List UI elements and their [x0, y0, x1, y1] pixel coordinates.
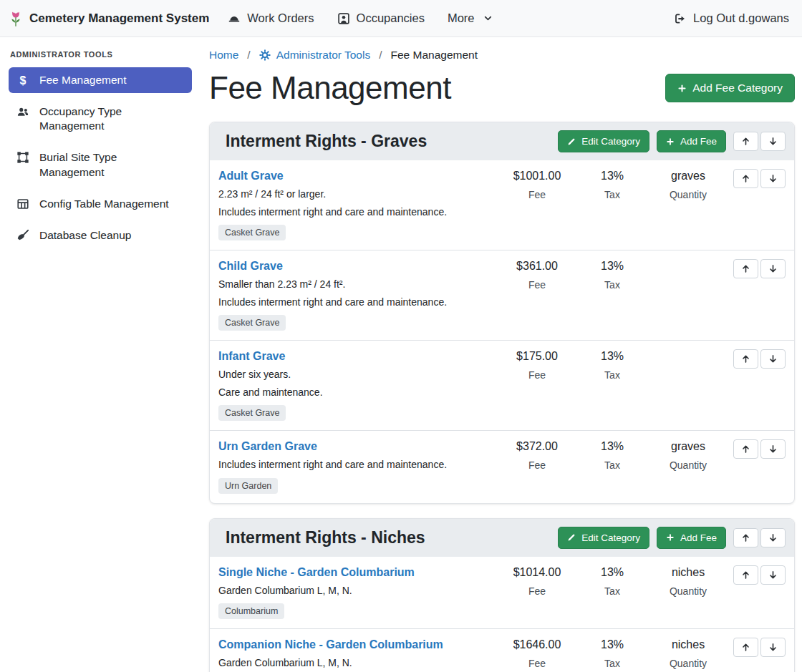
arrow-down-icon [768, 642, 778, 653]
move-fee-up-button[interactable] [733, 169, 758, 188]
edit-category-button[interactable]: Edit Category [558, 527, 649, 549]
move-category-up-button[interactable] [733, 132, 758, 151]
arrow-up-icon [741, 136, 750, 147]
nav-occupancies-label: Occupancies [357, 11, 425, 25]
arrow-up-icon [741, 570, 750, 580]
fee-name-link[interactable]: Companion Niche - Garden Columbarium [218, 638, 443, 652]
fee-category-card: Interment Rights - Graves Edit Category … [209, 122, 795, 504]
category-title: Interment Rights - Graves [226, 132, 427, 151]
fee-description: 2.23 m² / 24 ft² or larger. [218, 188, 498, 201]
fee-name-link[interactable]: Single Niche - Garden Columbarium [218, 565, 415, 580]
fee-row: Infant Grave Under six years. Care and m… [210, 340, 794, 430]
sidebar-heading: ADMINISTRATOR TOOLS [10, 50, 190, 59]
quantity-label: Quantity [648, 658, 728, 669]
fee-description: Garden Columbarium L, M, N. [218, 657, 498, 670]
quantity-value: graves [648, 439, 728, 454]
arrow-down-icon [768, 444, 778, 454]
tax-label: Tax [576, 459, 648, 471]
app-title: Cemetery Management System [29, 11, 209, 26]
sidebar-item-fee-management[interactable]: $ Fee Management [9, 67, 192, 93]
tax-value: 13% [576, 169, 648, 183]
tax-value: 13% [576, 638, 648, 652]
move-fee-down-button[interactable] [760, 259, 786, 278]
move-fee-down-button[interactable] [760, 439, 786, 459]
fee-description: Smaller than 2.23 m² / 24 ft². [218, 278, 498, 291]
quantity-label: Quantity [648, 189, 728, 200]
sidebar-item-label: Config Table Management [39, 197, 169, 211]
arrow-up-icon [741, 532, 750, 543]
sidebar-item-occupancy-type-management[interactable]: Occupancy Type Management [9, 99, 192, 139]
top-navbar: Cemetery Management System Work Orders O… [0, 0, 802, 37]
edit-category-button[interactable]: Edit Category [558, 130, 649, 152]
arrow-up-icon [741, 173, 750, 184]
add-fee-button[interactable]: Add Fee [657, 527, 726, 549]
move-fee-down-button[interactable] [760, 638, 786, 657]
sidebar-item-label: Database Cleanup [39, 228, 131, 243]
move-category-up-button[interactable] [733, 528, 758, 547]
arrow-down-icon [768, 532, 778, 543]
quantity-value: graves [648, 169, 728, 183]
breadcrumb-admin-tools-link[interactable]: Administrator Tools [259, 49, 371, 62]
nav-occupancies[interactable]: Occupancies [337, 11, 425, 25]
add-fee-button[interactable]: Add Fee [657, 130, 726, 152]
move-category-down-button[interactable] [760, 132, 786, 151]
vector-square-icon [16, 151, 30, 164]
fee-name-link[interactable]: Urn Garden Grave [218, 439, 317, 454]
move-category-down-button[interactable] [760, 528, 786, 547]
nav-work-orders[interactable]: Work Orders [228, 11, 314, 25]
plus-icon [666, 533, 675, 542]
fee-description: Includes interment right and care and ma… [218, 459, 498, 472]
move-fee-up-button[interactable] [733, 259, 758, 278]
quantity-label: Quantity [648, 585, 728, 597]
admin-sidebar: ADMINISTRATOR TOOLS $ Fee Management Occ… [0, 37, 200, 672]
sidebar-item-database-cleanup[interactable]: Database Cleanup [9, 223, 192, 248]
fee-name-link[interactable]: Child Grave [218, 259, 283, 273]
nav-more[interactable]: More [448, 11, 493, 25]
fee-label: Fee [498, 369, 576, 381]
move-fee-up-button[interactable] [733, 565, 758, 585]
move-fee-up-button[interactable] [733, 439, 758, 459]
fee-type-badge: Casket Grave [218, 225, 286, 240]
logout-link[interactable]: Log Out d.gowans [674, 11, 789, 25]
arrow-up-icon [741, 642, 750, 653]
tax-value: 13% [576, 439, 648, 454]
broom-icon [16, 229, 30, 242]
sidebar-item-burial-site-type-management[interactable]: Burial Site Type Management [9, 145, 192, 185]
sidebar-item-config-table-management[interactable]: Config Table Management [9, 191, 192, 217]
move-fee-down-button[interactable] [760, 169, 786, 188]
arrow-up-icon [741, 263, 750, 274]
fee-description: Includes interment right and care and ma… [218, 206, 498, 219]
quantity-label: Quantity [648, 459, 728, 471]
fee-amount: $1001.00 [498, 169, 576, 183]
move-fee-down-button[interactable] [760, 565, 786, 585]
arrow-down-icon [768, 173, 778, 184]
fee-amount: $1014.00 [498, 565, 576, 580]
fee-label: Fee [498, 189, 576, 200]
breadcrumb-home-link[interactable]: Home [209, 49, 238, 62]
pencil-icon [567, 533, 576, 542]
fee-label: Fee [498, 658, 576, 669]
users-icon [16, 105, 30, 118]
hardhat-icon [228, 12, 241, 25]
arrow-up-icon [741, 444, 750, 454]
dollar-icon: $ [16, 74, 30, 87]
tax-label: Tax [576, 279, 648, 291]
main-nav: Work Orders Occupancies More [228, 11, 492, 25]
plus-icon [666, 137, 675, 146]
fee-amount: $1646.00 [498, 638, 576, 652]
person-box-icon [337, 12, 350, 25]
move-fee-up-button[interactable] [733, 638, 758, 657]
app-brand[interactable]: Cemetery Management System [9, 9, 209, 28]
move-fee-up-button[interactable] [733, 349, 758, 369]
add-fee-category-button[interactable]: Add Fee Category [665, 74, 795, 102]
arrow-down-icon [768, 354, 778, 364]
move-fee-down-button[interactable] [760, 349, 786, 369]
fee-name-link[interactable]: Infant Grave [218, 349, 285, 364]
logout-label: Log Out d.gowans [693, 11, 789, 25]
nav-more-label: More [448, 11, 475, 25]
fee-name-link[interactable]: Adult Grave [218, 169, 284, 183]
pencil-icon [567, 137, 576, 146]
fee-amount: $175.00 [498, 349, 576, 364]
fee-label: Fee [498, 585, 576, 597]
fee-type-badge: Casket Grave [218, 405, 286, 421]
